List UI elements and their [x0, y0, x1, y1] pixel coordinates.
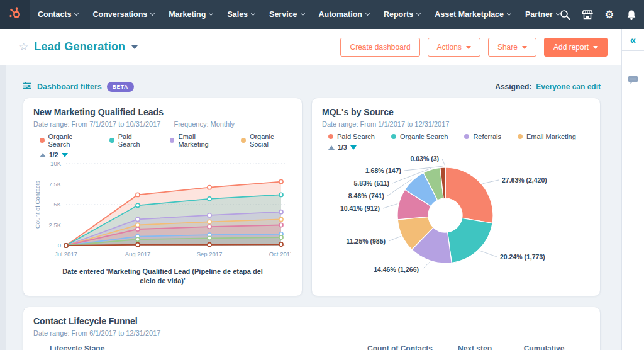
nav-menu-item[interactable]: Sales	[227, 10, 255, 19]
hubspot-dashboard-page: Contacts Conversations Marketing Sales	[0, 0, 644, 350]
page-title: Lead Generation	[34, 40, 125, 54]
create-dashboard-label: Create dashboard	[350, 43, 410, 52]
filters-row: Dashboard filters BETA Assigned: Everyon…	[23, 81, 601, 93]
frequency-label: Frequency: Monthly	[174, 120, 235, 128]
svg-text:2.5K: 2.5K	[48, 222, 61, 229]
chevron-down-icon	[150, 11, 155, 16]
chevron-down-icon	[507, 11, 511, 16]
svg-text:Oct 2017: Oct 2017	[269, 251, 291, 257]
chart-legend: Paid Search Organic Search Referrals Ema…	[328, 133, 590, 140]
caret-down-icon	[593, 46, 598, 49]
legend-dot	[241, 138, 246, 143]
nav-menu: Contacts Conversations Marketing Sales	[38, 10, 560, 19]
hubspot-logo[interactable]	[0, 0, 30, 29]
funnel-table-headers: Lifecycle Stage Count of Contacts Next s…	[33, 344, 590, 350]
nav-menu-item[interactable]: Reports	[384, 10, 420, 19]
search-icon[interactable]	[560, 9, 571, 20]
chart-x-axis-caption: Date entered 'Marketing Qualified Lead (…	[56, 267, 270, 286]
legend-page-indicator: 1/3	[338, 144, 347, 151]
donut-chart[interactable]: 27.63% (2,420)20.24% (1,773)14.46% (1,26…	[322, 151, 591, 286]
card-title: New Marketing Qualified Leads	[33, 107, 292, 117]
legend-label: Organic Search	[48, 133, 94, 148]
comments-icon[interactable]	[628, 75, 638, 88]
notifications-bell-icon[interactable]	[626, 9, 637, 20]
legend-item[interactable]: Paid Search	[109, 133, 153, 148]
beta-badge: BETA	[107, 82, 134, 92]
svg-text:10K: 10K	[50, 160, 62, 167]
svg-text:14.46% (1,266): 14.46% (1,266)	[374, 266, 419, 273]
legend-page-up-icon[interactable]	[40, 153, 46, 157]
card-new-mql-leads: New Marketing Qualified Leads Date range…	[23, 98, 303, 296]
svg-text:8.46% (741): 8.46% (741)	[348, 192, 384, 200]
card-title: MQL's by Source	[322, 107, 590, 117]
nav-menu-item[interactable]: Automation	[319, 10, 369, 19]
legend-label: Paid Search	[118, 133, 153, 148]
legend-item[interactable]: Email Marketing	[170, 133, 225, 148]
nav-menu-item[interactable]: Marketing	[169, 10, 213, 19]
nav-menu-item-label: Automation	[319, 10, 362, 19]
share-button[interactable]: Share	[488, 38, 536, 57]
hubspot-sprocket-icon	[8, 6, 23, 23]
legend-label: Referrals	[473, 133, 501, 140]
add-report-label: Add report	[553, 43, 589, 52]
card-meta: Date range: From 7/1/2017 to 10/31/2017 …	[33, 120, 292, 128]
legend-item[interactable]: Referrals	[464, 133, 501, 140]
dashboard-filters-label: Dashboard filters	[37, 82, 102, 91]
caret-down-icon	[522, 46, 527, 49]
marketplace-icon[interactable]	[582, 9, 593, 20]
svg-text:0.03% (3): 0.03% (3)	[410, 155, 439, 162]
column-header-lifecycle-stage: Lifecycle Stage	[33, 344, 104, 350]
chevron-down-icon	[300, 11, 304, 16]
legend-page-up-icon[interactable]	[328, 145, 335, 150]
caret-down-icon	[466, 46, 471, 49]
legend-page-down-icon[interactable]	[62, 153, 68, 157]
dashboard-header: ☆ Lead Generation Create dashboard Actio…	[0, 29, 621, 65]
svg-text:5.83% (511): 5.83% (511)	[353, 179, 389, 187]
chevron-down-icon	[209, 11, 213, 16]
legend-label: Email Marketing	[526, 133, 576, 140]
favorite-star-icon[interactable]: ☆	[19, 40, 28, 54]
legend-page-down-icon[interactable]	[350, 145, 357, 150]
left-gutter	[0, 65, 6, 350]
nav-menu-item[interactable]: Conversations	[92, 10, 154, 19]
svg-text:Count of Contacts: Count of Contacts	[34, 181, 41, 229]
column-header-count-of-contacts: Count of Contacts	[358, 344, 433, 350]
collapse-panel-icon[interactable]: «	[630, 29, 636, 50]
svg-text:Aug 2017: Aug 2017	[125, 251, 151, 257]
nav-menu-item-label: Partner	[525, 10, 553, 19]
actions-label: Actions	[437, 43, 462, 52]
header-actions: Create dashboard Actions Share Add repor…	[340, 38, 608, 57]
settings-gear-icon[interactable]: ⚙	[604, 9, 615, 20]
card-contact-lifecycle-funnel: Contact Lifecycle Funnel Date range: Fro…	[23, 307, 601, 350]
svg-text:7.5K: 7.5K	[48, 181, 61, 188]
legend-item[interactable]: Organic Search	[40, 133, 93, 148]
nav-menu-item[interactable]: Asset Marketplace	[435, 10, 511, 19]
svg-text:0: 0	[58, 242, 61, 249]
nav-menu-item-label: Conversations	[92, 10, 147, 19]
svg-text:Sep 2017: Sep 2017	[197, 251, 223, 257]
actions-button[interactable]: Actions	[428, 38, 480, 57]
nav-menu-item-label: Contacts	[38, 10, 71, 19]
date-range-label: Date range: From 6/1/2017 to 12/31/2017	[33, 329, 160, 337]
legend-item[interactable]: Paid Search	[328, 133, 375, 140]
legend-label: Organic Search	[400, 133, 448, 140]
legend-dot	[328, 134, 333, 139]
nav-menu-item[interactable]: Partner	[525, 10, 560, 19]
legend-item[interactable]: Email Marketing	[518, 133, 576, 140]
dashboard-filters-toggle[interactable]: Dashboard filters BETA	[23, 81, 134, 93]
assigned-value-link[interactable]: Everyone can edit	[536, 82, 601, 91]
dashboard-switcher-caret-icon[interactable]	[131, 45, 138, 49]
legend-pager: 1/3	[328, 144, 590, 151]
nav-menu-item[interactable]: Contacts	[38, 10, 78, 19]
area-line-chart[interactable]: 02.5K5K7.5K10KJul 2017Aug 2017Sep 2017Oc…	[33, 159, 291, 262]
add-report-button[interactable]: Add report	[544, 38, 608, 57]
create-dashboard-button[interactable]: Create dashboard	[340, 38, 419, 57]
legend-item[interactable]: Organic Search	[391, 133, 448, 140]
svg-text:11.25% (985): 11.25% (985)	[347, 237, 386, 245]
svg-text:27.63% (2,420): 27.63% (2,420)	[502, 176, 547, 184]
legend-item[interactable]: Organic Social	[241, 133, 292, 148]
legend-dot	[170, 138, 175, 143]
svg-text:20.24% (1,773): 20.24% (1,773)	[500, 253, 545, 261]
filters-icon	[23, 81, 32, 93]
nav-menu-item[interactable]: Service	[269, 10, 304, 19]
